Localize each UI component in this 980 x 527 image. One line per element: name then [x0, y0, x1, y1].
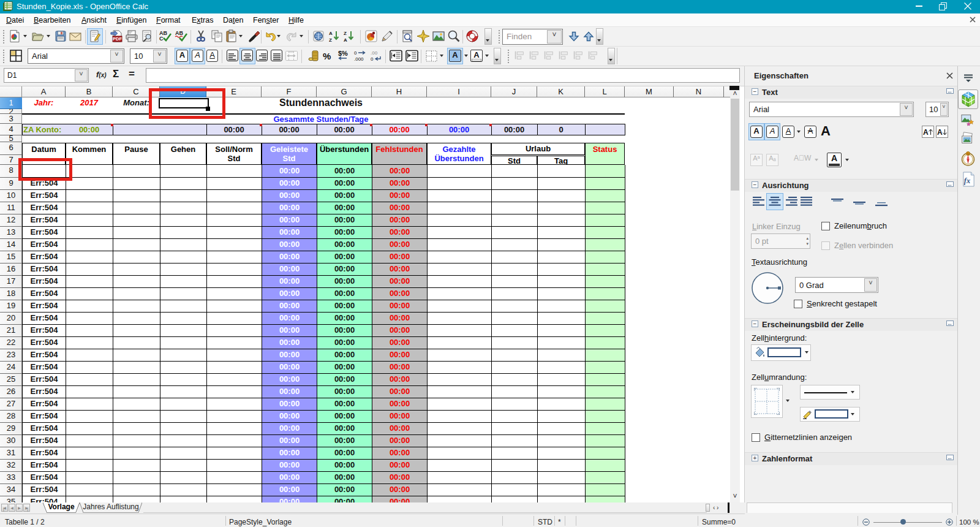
svg-text:0: 0: [371, 56, 374, 62]
svg-text:PDF: PDF: [113, 36, 122, 42]
svg-text:A: A: [329, 31, 333, 36]
svg-text:.000: .000: [354, 56, 364, 62]
svg-text:AB: AB: [175, 30, 183, 36]
svg-text:.00: .00: [371, 50, 378, 56]
svg-text:$%: $%: [338, 50, 348, 57]
svg-text:A: A: [937, 128, 943, 137]
svg-text:Z: Z: [329, 37, 332, 43]
svg-text:C: C: [159, 36, 164, 42]
svg-text:fx: fx: [964, 176, 970, 185]
svg-text:0: 0: [354, 50, 357, 56]
svg-text:Z: Z: [344, 31, 347, 36]
svg-text:A: A: [923, 128, 929, 137]
svg-text:N: N: [967, 152, 970, 156]
svg-text:A: A: [344, 37, 347, 43]
